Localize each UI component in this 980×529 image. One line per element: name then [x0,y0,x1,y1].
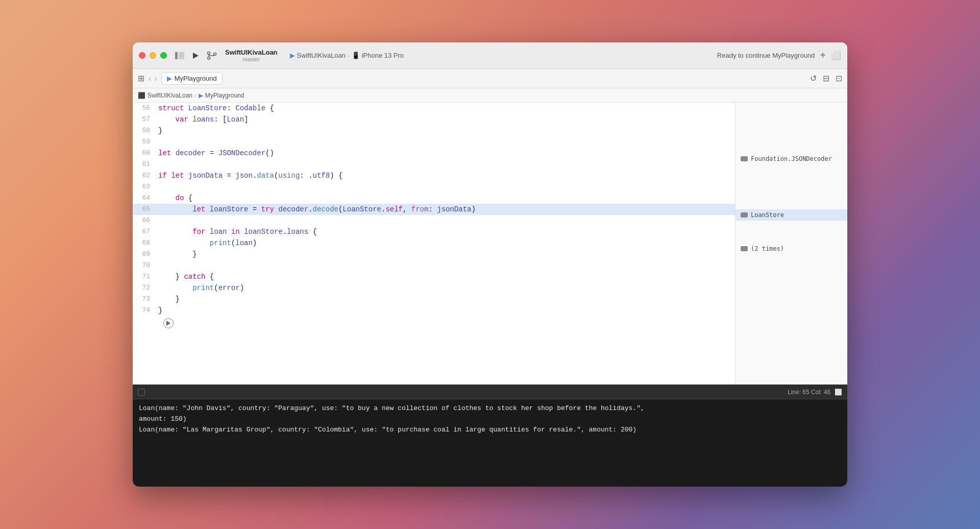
line-num-64: 64 [133,193,158,204]
breadcrumb-sep1: › [194,92,197,99]
result-icon-65 [741,212,748,218]
line-num-70: 70 [133,260,158,271]
line-content-70 [158,260,735,271]
code-line-72: 72 print(error) [133,282,735,294]
line-content-74: } [158,305,735,316]
result-sidebar: Foundation.JSONDecoder LoanStore (2 time… [735,103,847,384]
result-item-60: Foundation.JSONDecoder [736,153,847,164]
line-content-58: } [158,125,735,136]
code-line-61: 61 [133,159,735,170]
code-editor[interactable]: 56 struct LoanStore: Codable { 57 var lo… [133,103,735,384]
title-bar: SwiftUIKivaLoan master ▶ SwiftUIKivaLoan… [133,42,847,69]
console-expand-icon[interactable]: ⬜ [835,389,842,396]
add-button[interactable]: + [820,50,826,61]
breadcrumb-file[interactable]: MyPlayground [205,92,244,99]
code-line-59: 59 [133,136,735,148]
line-content-61 [158,159,735,170]
code-line-74: 74 } [133,305,735,316]
back-arrow[interactable]: ‹ [148,74,152,83]
svg-marker-2 [193,53,199,59]
line-content-69: } [158,249,735,260]
line-num-67: 67 [133,226,158,237]
phone-icon: 📱 [352,52,360,59]
line-col-status: Line: 65 Col: 46 [788,389,830,396]
line-content-68: print(loan) [158,237,735,249]
breadcrumb-file-icon: ▶ [199,92,203,99]
result-value-60: Foundation.JSONDecoder [751,155,832,162]
line-content-62: if let jsonData = json.data(using: .utf8… [158,170,735,181]
line-num-68: 68 [133,237,158,249]
sidebar-toggle-button[interactable] [175,52,184,59]
title-breadcrumb: ▶ SwiftUIKivaLoan › 📱 iPhone 13 Pro [290,52,404,59]
result-item-65: LoanStore [736,209,847,221]
main-content: 56 struct LoanStore: Codable { 57 var lo… [133,103,847,384]
minimize-button[interactable] [150,52,156,59]
branch-name: master [242,56,260,62]
line-num-72: 72 [133,282,158,294]
line-num-73: 73 [133,294,158,305]
maximize-button[interactable] [160,52,167,59]
line-num-69: 69 [133,249,158,260]
line-content-56: struct LoanStore: Codable { [158,103,735,114]
branch-icon [207,52,217,60]
layout-icon[interactable]: ⊟ [823,74,829,83]
line-num-57: 57 [133,114,158,125]
title-bar-right: Ready to continue MyPlayground + ⬜ [717,50,841,61]
line-content-65: let loanStore = try decoder.decode(LoanS… [158,204,735,215]
svg-rect-0 [175,52,178,59]
line-content-59 [158,136,735,148]
console-checkbox[interactable] [138,389,145,396]
grid-icon: ⊞ [138,74,144,83]
result-item-68: (2 times) [736,243,847,254]
chevron-icon: › [348,53,350,59]
status-text: Ready to continue MyPlayground [717,52,815,59]
refresh-icon[interactable]: ↺ [810,74,817,83]
console-line-2: amount: 150) [139,414,841,425]
split-view-button[interactable]: ⬜ [831,51,841,60]
line-num-56: 56 [133,103,158,114]
forward-arrow[interactable]: › [153,74,158,83]
inspector-icon[interactable]: ⊡ [836,74,842,83]
file-icon: ▶ [290,52,295,59]
code-line-68: 68 print(loan) [133,237,735,249]
line-num-58: 58 [133,125,158,136]
line-num-74: 74 [133,305,158,316]
main-window: SwiftUIKivaLoan master ▶ SwiftUIKivaLoan… [133,42,847,487]
svg-marker-7 [166,321,170,326]
code-line-64: 64 do { [133,193,735,204]
console-status: Line: 65 Col: 46 ⬜ [788,389,842,396]
line-num-66: 66 [133,215,158,226]
line-content-60: let decoder = JSONDecoder() [158,148,735,159]
code-line-63: 63 [133,181,735,193]
branch-info: SwiftUIKivaLoan master [225,49,278,62]
traffic-lights [139,52,167,59]
breadcrumb-file: SwiftUIKivaLoan [297,52,346,59]
code-line-70: 70 [133,260,735,271]
result-icon-68 [741,246,748,251]
breadcrumb-project[interactable]: SwiftUIKivaLoan [148,92,192,99]
breadcrumb-project-icon: ⬛ [138,92,145,99]
line-num-63: 63 [133,181,158,193]
line-num-71: 71 [133,271,158,282]
code-line-57: 57 var loans: [Loan] [133,114,735,125]
console-line-1: Loan(name: "John Davis", country: "Parag… [139,403,841,414]
tab-label: MyPlayground [175,75,217,82]
line-content-57: var loans: [Loan] [158,114,735,125]
console-line-3: Loan(name: "Las Margaritas Group", count… [139,425,841,436]
svg-point-3 [208,52,210,54]
nav-arrows: ‹ › [148,74,158,83]
code-line-58: 58 } [133,125,735,136]
code-line-60: 60 let decoder = JSONDecoder() [133,148,735,159]
project-name: SwiftUIKivaLoan [225,49,278,56]
playground-tab-icon: ▶ [167,75,172,82]
line-num-61: 61 [133,159,158,170]
playground-tab[interactable]: ▶ MyPlayground [161,72,223,85]
inline-run-button[interactable] [163,318,174,328]
svg-rect-1 [179,52,184,59]
result-icon-60 [741,156,748,161]
close-button[interactable] [139,52,145,59]
line-content-73: } [158,294,735,305]
line-num-60: 60 [133,148,158,159]
line-content-64: do { [158,193,735,204]
run-button[interactable] [188,49,203,63]
